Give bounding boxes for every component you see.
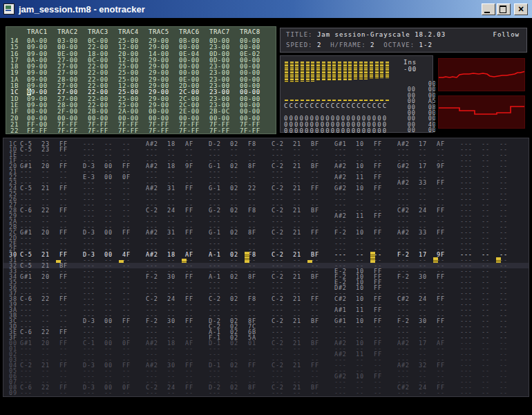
pattern-row: 26--------------------------------------… [3, 196, 529, 202]
pattern-row: 20G#120FFD-300FFA#2189FG-1028FC-221BFA#2… [3, 163, 529, 169]
baseline-dash [301, 100, 304, 101]
close-icon: ✕ [515, 4, 527, 15]
baseline-dash [332, 100, 336, 101]
spectrum-bar [301, 62, 304, 82]
pattern-row: 35-----------------------------------E-2… [3, 279, 529, 285]
info-line-title: TITLE: Jam session-Grayscale 18.2.03Foll… [286, 30, 526, 39]
close-button[interactable]: ✕ [514, 3, 528, 15]
pattern-row: 22-------E-3000F---------------------A#2… [3, 174, 529, 180]
pattern-row: 36-----------------------------------D#2… [3, 285, 529, 290]
titlebar[interactable]: jam_session.tm8 - enotracker ✕ [0, 0, 532, 18]
volume-field: -- [437, 390, 448, 396]
pattern-row: 25--------------------------------------… [3, 191, 529, 196]
minimize-icon [484, 12, 490, 13]
order-cell[interactable]: 7F-FF [240, 128, 270, 134]
pattern-cell[interactable]: ------- [272, 390, 334, 396]
note-field: --- [272, 390, 289, 396]
octave-label: OCTAVE: [383, 41, 415, 49]
pattern-row-number: 09 [3, 390, 20, 396]
pattern-rows: 1CC-523FF-------A#218AFD-202F8C-221BFG#1… [3, 141, 529, 396]
pattern-cell[interactable]: ------- [146, 390, 209, 396]
spectrum-bar [316, 62, 320, 81]
spectrum-bars [285, 62, 392, 84]
pattern-row: 1DC-523FF-------------------------------… [3, 147, 529, 152]
order-cell[interactable]: FF-FF [27, 128, 57, 134]
volume-field: -- [374, 390, 385, 396]
volume-field: -- [311, 390, 322, 396]
spectrum-bar [290, 62, 294, 82]
pattern-row: 30C-521FFD-3004FA#218AFA-102F8C-221BF---… [3, 252, 529, 257]
track-header-8: TRAC8 [240, 28, 270, 38]
main-content: 00TRAC1TRAC2TRAC3TRAC4TRAC5TRAC6TRAC7TRA… [0, 18, 532, 415]
waveform-top-line [439, 71, 524, 77]
pattern-row: 03--------------------------------------… [3, 357, 529, 362]
pattern-row: 39--------------------------------------… [3, 302, 529, 307]
ins-value[interactable]: -00 [403, 66, 417, 73]
scope-panel [435, 55, 528, 133]
order-cell[interactable]: 7F-FF [179, 128, 209, 134]
baseline-dash [386, 100, 389, 101]
order-cell[interactable]: 7F-FF [88, 128, 118, 134]
vu-meter [496, 257, 501, 263]
analyzer-panel: CCCCCCCCCCCCCCCCCCCC 0000000000000000000… [280, 55, 433, 133]
order-cell[interactable]: 7F-FF [209, 128, 240, 134]
spectrum-bar [386, 62, 389, 78]
spectrum-bar [380, 62, 383, 78]
note-field: --- [460, 390, 477, 396]
maximize-button[interactable] [497, 3, 511, 15]
baseline-dash [322, 100, 325, 101]
pattern-cell[interactable]: ------- [460, 390, 523, 396]
order-row-number: 22 [6, 128, 27, 134]
pattern-row: 23--------------------------------------… [3, 180, 529, 185]
instrument-field: -- [356, 390, 367, 396]
order-cursor: 0 [27, 89, 31, 95]
note-field: --- [146, 390, 163, 396]
song-order-panel: 00TRAC1TRAC2TRAC3TRAC4TRAC5TRAC6TRAC7TRA… [6, 26, 276, 134]
instrument-field: -- [104, 390, 115, 396]
order-cell[interactable]: 7F-FF [118, 128, 149, 134]
pattern-row: 3A-----------------------------------A#1… [3, 307, 529, 313]
baseline-dash [338, 100, 341, 101]
spectrum-bar [327, 62, 331, 81]
order-cell[interactable]: 7F-FF [149, 128, 179, 134]
title-label: TITLE: [286, 30, 313, 39]
baseline-dash [327, 100, 331, 101]
pattern-row: 1E--------------------------------------… [3, 152, 529, 158]
pattern-row: 04C-221FFD-300FFA#230FFD-102FFC-221FF---… [3, 362, 529, 368]
volume-field: -- [122, 390, 133, 396]
minimize-button[interactable] [482, 3, 495, 15]
baseline-dash [370, 100, 373, 101]
pattern-cell[interactable]: ------- [334, 390, 397, 396]
spectrum-bar [306, 62, 310, 82]
baseline-dash [290, 100, 294, 101]
spectrum-bar [338, 62, 341, 80]
order-cell[interactable]: 7F-FF [57, 128, 88, 134]
instrument-field: -- [41, 390, 53, 396]
baseline-dash [354, 100, 357, 101]
vu-meter [119, 260, 124, 263]
maximize-icon [500, 6, 506, 13]
title-value[interactable]: Jam session-Grayscale 18.2.03 [317, 30, 446, 39]
track-header-3: TRAC3 [88, 28, 118, 38]
pattern-cell[interactable]: ------- [397, 390, 460, 396]
pattern-cell[interactable]: ------- [83, 390, 146, 396]
info-panel: TITLE: Jam session-Grayscale 18.2.03Foll… [280, 28, 527, 53]
pattern-row: 08C-622FFD-3000FC-224FFD-2028FC-221BF---… [3, 385, 529, 390]
waveform-bottom-line [439, 107, 524, 114]
pattern-cell[interactable]: ------- [209, 390, 272, 396]
pattern-row: 37--------------------------------------… [3, 290, 529, 296]
baseline-dash [285, 100, 288, 101]
pattern-row: 3D---------------------C-2027C----------… [3, 324, 529, 329]
pattern-row: 29-----------------------------------A#2… [3, 213, 529, 219]
pattern-row: 33-----------------------------------E-2… [3, 268, 529, 274]
pattern-row: 2B--------------------------------------… [3, 224, 529, 230]
octave-value[interactable]: 1-2 [419, 41, 433, 49]
spectrum-bar [359, 62, 363, 80]
instrument-field: -- [419, 390, 430, 396]
pattern-cell[interactable]: ------- [20, 390, 83, 396]
pattern-row: 28C-622FF-------C-224FFG-202F8C-221BF---… [3, 208, 529, 213]
follow-indicator[interactable]: Follow [493, 30, 520, 39]
track-header-4: TRAC4 [118, 28, 149, 38]
oscilloscope-top [438, 58, 525, 91]
baseline-dash [311, 100, 314, 101]
